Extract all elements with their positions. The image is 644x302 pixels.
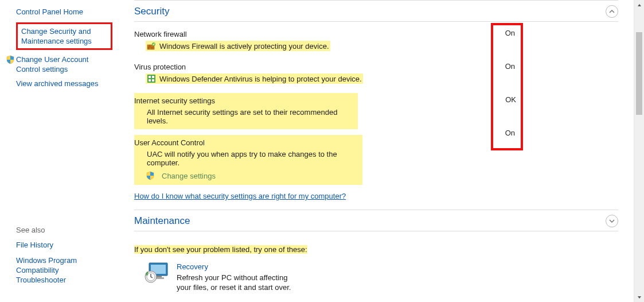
control-panel-home-link[interactable]: Control Panel Home [16, 7, 122, 17]
recovery-desc-line2: your files, or reset it and start over. [177, 282, 291, 292]
uac-shield-icon [6, 55, 15, 64]
view-archived-link[interactable]: View archived messages [16, 79, 122, 88]
security-section-header[interactable]: Security [134, 0, 618, 22]
see-also-title: See also [16, 226, 122, 234]
chevron-down-icon [609, 218, 615, 224]
internet-security-item: Internet security settings All Internet … [134, 93, 358, 129]
network-firewall-desc: Windows Firewall is actively protecting … [159, 42, 329, 51]
main-content: Security Network firewall [122, 0, 634, 302]
collapse-security-button[interactable] [606, 5, 618, 18]
triangle-up-icon [637, 3, 642, 7]
network-firewall-status: On [505, 29, 515, 37]
virus-protection-desc: Windows Defender Antivirus is helping to… [159, 75, 362, 83]
security-title: Security [134, 6, 606, 17]
recovery-icon [145, 262, 169, 284]
security-help-link[interactable]: How do I know what security settings are… [134, 192, 346, 200]
virus-protection-status: On [505, 62, 515, 71]
virus-protection-item: Virus protection Windows Defender Antivi… [134, 63, 618, 85]
internet-security-desc: All Internet security settings are set t… [146, 107, 353, 126]
scroll-up-button[interactable] [634, 0, 644, 10]
compat-troubleshooter-link[interactable]: Windows Program Compatibility Troublesho… [16, 255, 108, 285]
highlight-box-change-settings: Change Security and Maintenance settings [16, 22, 112, 50]
change-security-maintenance-link[interactable]: Change Security and Maintenance settings [21, 26, 107, 46]
change-uac-link[interactable]: Change User Account Control settings [16, 55, 108, 74]
network-firewall-item: Network firewall Windows Firewall is act… [134, 30, 618, 52]
see-also-section: See also File History Windows Program Co… [16, 226, 122, 295]
uac-item: User Account Control UAC will notify you… [134, 135, 362, 185]
internet-security-status: OK [505, 95, 516, 104]
scroll-down-button[interactable] [634, 292, 644, 302]
uac-desc: UAC will notify you when apps try to mak… [146, 149, 358, 168]
vertical-scrollbar[interactable] [634, 0, 644, 302]
recovery-title[interactable]: Recovery [177, 262, 291, 272]
network-firewall-title: Network firewall [134, 30, 618, 38]
sidebar: Control Panel Home Change Security and M… [0, 0, 122, 302]
try-one-of-these-text: If you don't see your problem listed, tr… [134, 245, 307, 254]
uac-change-settings-link[interactable]: Change settings [162, 172, 216, 180]
virus-protection-title: Virus protection [134, 63, 618, 71]
firewall-icon [147, 41, 156, 51]
defender-icon [147, 74, 156, 83]
recovery-desc-line1: Refresh your PC without affecting [177, 273, 291, 282]
triangle-down-icon [637, 295, 642, 300]
maintenance-section-header[interactable]: Maintenance [134, 210, 618, 231]
uac-shield-small-icon [146, 171, 155, 180]
file-history-link[interactable]: File History [16, 240, 122, 250]
scroll-thumb[interactable] [636, 32, 642, 115]
maintenance-title: Maintenance [134, 215, 606, 227]
recovery-item[interactable]: Recovery Refresh your PC without affecti… [145, 262, 618, 292]
chevron-up-icon [609, 9, 615, 14]
internet-security-title: Internet security settings [134, 96, 353, 105]
uac-title: User Account Control [134, 138, 358, 147]
uac-status: On [505, 129, 515, 137]
expand-maintenance-button[interactable] [606, 215, 618, 227]
